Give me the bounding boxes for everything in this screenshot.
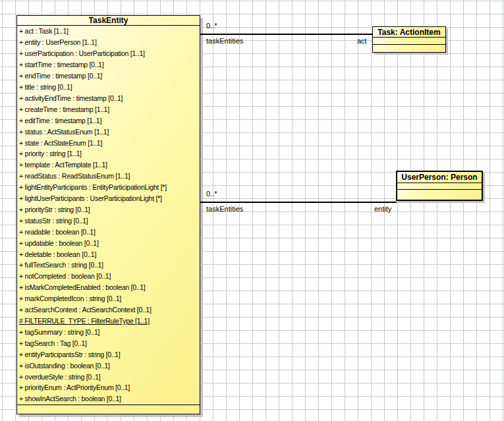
- class-title-taskentity: TaskEntity: [17, 16, 200, 26]
- attribute-row: # FILTERRULE_TYPE : FilterRuleType [1..1…: [17, 316, 200, 327]
- attribute-row: + entity : UserPerson [1..1]: [17, 37, 200, 48]
- object-box-task-actionitem[interactable]: Task: ActionItem: [372, 26, 446, 53]
- attribute-row: + title : string [0..1]: [17, 82, 200, 93]
- attribute-row: + fullTextSearch : string [0..1]: [17, 260, 200, 271]
- attribute-row: + actSearchContext : ActSearchContext [0…: [17, 304, 200, 316]
- attribute-compartment: + act : Task [1..1]+ entity : UserPerson…: [17, 26, 200, 405]
- attribute-row: + createTime : timestamp [1..1]: [17, 103, 200, 115]
- attribute-row: + endTime : timestamp [0..1]: [17, 70, 200, 82]
- attribute-row: + activityEndTime : timestamp [0..1]: [17, 92, 200, 103]
- attribute-row: + statusStr : string [0..1]: [17, 215, 200, 226]
- attribute-row: + lightEntityParticipants : EntityPartic…: [17, 182, 200, 193]
- attribute-row: + tagSearch : Tag [0..1]: [17, 337, 200, 349]
- attribute-row: + template : ActTemplate [1..1]: [17, 159, 200, 171]
- association-multiplicity[interactable]: 0..*: [206, 22, 217, 30]
- attribute-row: + isMarkCompletedEnabled : boolean [0..1…: [17, 282, 200, 293]
- attribute-row: + tagSummary : string [0..1]: [17, 326, 200, 337]
- association-source-role[interactable]: taskEntities: [206, 37, 243, 45]
- attribute-row: + editTime : timestamp [1..1]: [17, 115, 200, 126]
- attribute-row: + entityParticipantsStr : string [0..1]: [17, 349, 200, 360]
- attribute-row: + status : ActStatusEnum [1..1]: [17, 126, 200, 137]
- attribute-row: + act : Task [1..1]: [17, 26, 200, 37]
- attribute-row: + userParticipation : UserParticipation …: [17, 48, 200, 59]
- association-target-role[interactable]: act: [357, 37, 367, 45]
- attribute-row: + overdueStyle : string [0..1]: [17, 371, 200, 382]
- attribute-row: + isOutstanding : boolean [0..1]: [17, 360, 200, 371]
- object-title-task-actionitem: Task: ActionItem: [373, 27, 445, 38]
- attribute-row: + priority : string [1..1]: [17, 148, 200, 159]
- association-line-act[interactable]: [200, 34, 373, 35]
- empty-compartment: [397, 183, 482, 190]
- attribute-row: + notCompleted : boolean [0..1]: [17, 271, 200, 282]
- attribute-row: + startTime : timestamp [0..1]: [17, 59, 200, 70]
- attribute-row: + deletable : boolean [0..1]: [17, 248, 200, 260]
- attribute-row: + updatable : boolean [0..1]: [17, 237, 200, 248]
- class-box-taskentity[interactable]: TaskEntity + act : Task [1..1]+ entity :…: [16, 15, 200, 414]
- attribute-row: + readStatus : ReadStatusEnum [1..1]: [17, 171, 200, 182]
- attribute-row: + priorityEnum : ActPriorityEnum [0..1]: [17, 382, 200, 393]
- association-source-role[interactable]: taskEntities: [206, 205, 243, 213]
- attribute-row: + showInActSearch : boolean [0..1]: [17, 393, 200, 405]
- association-multiplicity[interactable]: 0..*: [206, 190, 217, 198]
- diagram-canvas: TaskEntity + act : Task [1..1]+ entity :…: [0, 0, 504, 421]
- empty-compartment: [373, 38, 445, 45]
- association-line-entity[interactable]: [200, 202, 397, 203]
- attribute-row: + state : ActStateEnum [1..1]: [17, 137, 200, 148]
- attribute-row: + priorityStr : string [0..1]: [17, 204, 200, 215]
- attribute-row: + markCompletedIcon : string [0..1]: [17, 293, 200, 304]
- object-box-userperson-person[interactable]: UserPerson: Person: [396, 171, 483, 201]
- association-target-role[interactable]: entity: [374, 205, 391, 213]
- object-title-userperson-person: UserPerson: Person: [397, 172, 482, 183]
- attribute-row: + readable : boolean [0..1]: [17, 226, 200, 237]
- attribute-row: + lightUserParticipants : UserParticipat…: [17, 193, 200, 204]
